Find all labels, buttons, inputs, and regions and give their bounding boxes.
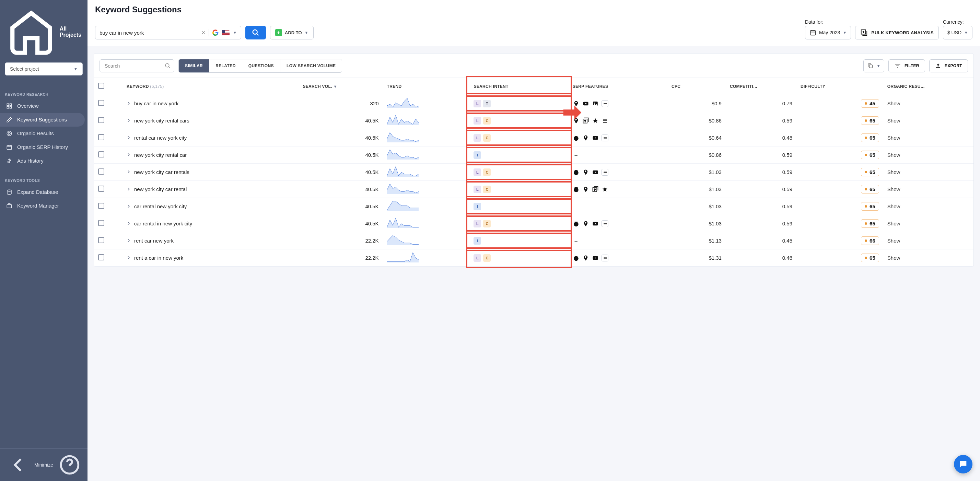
row-checkbox[interactable]	[98, 100, 104, 106]
expand-icon[interactable]	[127, 238, 131, 243]
col-organic-results[interactable]: ORGANIC RESU…	[883, 78, 974, 95]
svg-rect-3	[10, 106, 12, 108]
row-checkbox[interactable]	[98, 117, 104, 123]
trend-sparkline	[383, 249, 470, 267]
serp-list-icon	[601, 117, 608, 124]
difficulty-pill: 65	[861, 254, 879, 262]
segment-questions[interactable]: QUESTIONS	[242, 59, 280, 72]
sidebar-item-overview[interactable]: Overview	[0, 99, 88, 113]
sidebar: All Projects Select project ▼ KEYWORD RE…	[0, 0, 88, 481]
row-checkbox[interactable]	[98, 237, 104, 243]
currency-dropdown[interactable]: $ USD ▼	[943, 26, 972, 40]
col-difficulty[interactable]: DIFFICULTY	[796, 78, 883, 95]
data-for-dropdown[interactable]: May 2023 ▼	[805, 26, 851, 40]
show-organic-link[interactable]: Show	[887, 152, 900, 158]
row-checkbox[interactable]	[98, 151, 104, 157]
show-organic-link[interactable]: Show	[887, 100, 900, 106]
segment-similar[interactable]: SIMILAR	[179, 59, 209, 72]
search-button[interactable]	[245, 26, 266, 40]
search-icon	[165, 63, 171, 69]
copy-dropdown[interactable]: ▼	[863, 59, 884, 72]
clear-icon[interactable]: ×	[202, 29, 205, 37]
show-organic-link[interactable]: Show	[887, 238, 900, 244]
intent-badge-l: L	[474, 117, 481, 125]
col-serp-features[interactable]: SERP FEATURES	[569, 78, 667, 95]
add-to-dropdown[interactable]: + ADD TO ▼	[270, 26, 313, 40]
expand-icon[interactable]	[127, 204, 131, 208]
keyword-search-input[interactable]	[100, 30, 198, 36]
segment-low-volume[interactable]: LOW SEARCH VOLUME	[280, 59, 342, 72]
segment-related[interactable]: RELATED	[209, 59, 242, 72]
expand-icon[interactable]	[127, 118, 131, 122]
sidebar-item-ads-history[interactable]: Ads History	[0, 154, 88, 168]
trend-sparkline	[383, 232, 470, 249]
bulk-keyword-analysis-button[interactable]: BULK KEYWORD ANALYSIS	[855, 26, 939, 40]
upload-icon	[935, 63, 941, 69]
select-all-checkbox[interactable]	[98, 83, 104, 89]
expand-icon[interactable]	[127, 153, 131, 157]
serp-features: •••	[573, 100, 663, 107]
data-for-label: Data for:	[805, 19, 851, 25]
row-checkbox[interactable]	[98, 203, 104, 209]
expand-icon[interactable]	[127, 135, 131, 140]
show-organic-link[interactable]: Show	[887, 117, 900, 124]
serp-faq-icon: ?	[582, 117, 589, 124]
row-checkbox[interactable]	[98, 254, 104, 260]
serp-features: $•••	[573, 169, 663, 176]
all-projects-link[interactable]: All Projects	[5, 3, 83, 62]
keywords-table: KEYWORD (6,175) SEARCH VOL. ▼ TREND SEAR…	[94, 78, 974, 267]
expand-icon[interactable]	[127, 221, 131, 225]
col-trend[interactable]: TREND	[383, 78, 470, 95]
table-row: car rental new york city 40.5K I – $1.03…	[94, 198, 974, 215]
serp-features: $•••	[573, 220, 663, 227]
competition-value: 0.59	[726, 146, 796, 164]
show-organic-link[interactable]: Show	[887, 186, 900, 192]
show-organic-link[interactable]: Show	[887, 135, 900, 141]
svg-marker-23	[387, 133, 418, 142]
google-icon[interactable]	[212, 30, 219, 36]
bulk-icon	[860, 29, 868, 37]
expand-icon[interactable]	[127, 187, 131, 191]
expand-icon[interactable]	[127, 256, 131, 260]
intent-badge-i: I	[474, 151, 481, 159]
cpc-value: $0.86	[667, 112, 726, 129]
row-checkbox[interactable]	[98, 134, 104, 140]
serp-video-icon	[592, 254, 599, 262]
currency-label: Currency:	[943, 19, 972, 25]
col-keyword[interactable]: KEYWORD (6,175)	[123, 78, 299, 95]
export-button[interactable]: EXPORT	[929, 59, 968, 72]
panel-search	[100, 59, 174, 72]
row-checkbox[interactable]	[98, 220, 104, 226]
sidebar-item-expand-database[interactable]: Expand Database	[0, 185, 88, 199]
competition-value: 0.59	[726, 198, 796, 215]
sidebar-item-keyword-manager[interactable]: Keyword Manager	[0, 199, 88, 213]
sidebar-item-organic-results[interactable]: Organic Results	[0, 127, 88, 140]
col-search-intent[interactable]: SEARCH INTENT	[469, 78, 568, 95]
plus-icon: +	[275, 29, 282, 36]
sidebar-item-organic-serp-history[interactable]: Organic SERP History	[0, 140, 88, 154]
chat-widget[interactable]	[954, 455, 972, 473]
sidebar-minimize[interactable]: Minimize	[0, 448, 88, 481]
help-icon[interactable]	[58, 453, 81, 476]
serp-more-icon: •••	[601, 169, 608, 176]
serp-features: $•••	[573, 254, 663, 262]
col-search-vol[interactable]: SEARCH VOL. ▼	[299, 78, 383, 95]
chevron-down-icon[interactable]: ▼	[233, 30, 237, 35]
intent-badge-i: I	[474, 237, 481, 244]
sidebar-item-keyword-suggestions[interactable]: Keyword Suggestions	[0, 113, 85, 127]
expand-icon[interactable]	[127, 170, 131, 174]
intent-badge-l: L	[474, 254, 481, 262]
col-competition[interactable]: COMPETITI…	[726, 78, 796, 95]
show-organic-link[interactable]: Show	[887, 169, 900, 175]
filter-button[interactable]: FILTER	[888, 59, 925, 72]
expand-icon[interactable]	[127, 101, 131, 105]
col-cpc[interactable]: CPC	[667, 78, 726, 95]
row-checkbox[interactable]	[98, 186, 104, 192]
show-organic-link[interactable]: Show	[887, 221, 900, 227]
show-organic-link[interactable]: Show	[887, 255, 900, 261]
us-flag-icon[interactable]	[222, 30, 229, 35]
select-project-dropdown[interactable]: Select project ▼	[5, 62, 83, 76]
row-checkbox[interactable]	[98, 168, 104, 175]
show-organic-link[interactable]: Show	[887, 203, 900, 209]
panel-search-input[interactable]	[100, 59, 174, 72]
